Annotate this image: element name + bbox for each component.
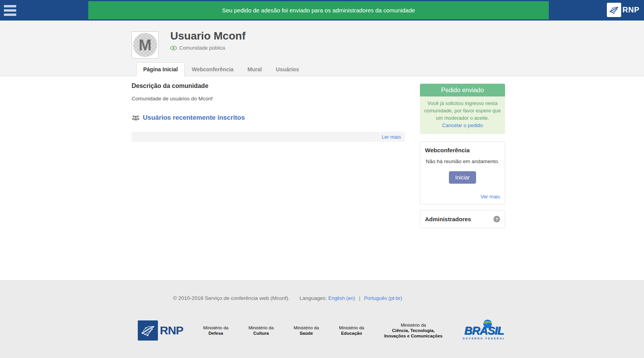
read-more-link[interactable]: Ler mais [382, 134, 401, 140]
users-group-icon [132, 115, 140, 121]
tab-bar: Página Inicial Webconferência Mural Usuá… [136, 62, 306, 76]
ministry-defesa-logo: Ministério da Defesa [203, 325, 228, 336]
rnp-footer-logo-text: RNP [160, 324, 183, 337]
menu-hamburger-icon[interactable] [4, 5, 18, 16]
community-title: Usuario Mconf [170, 30, 644, 42]
language-link-ptbr[interactable]: Português (pt-br) [364, 295, 402, 301]
admins-panel: Administradores ? [420, 210, 505, 228]
ministry-line: Ministério da [384, 322, 443, 328]
brasil-governo-federal-logo[interactable]: BRASIL GOVERNO FEDERAL [462, 321, 505, 340]
ministry-line: Ministério da [294, 325, 319, 330]
webconference-status-text: Não há reunião em andamento. [425, 158, 500, 164]
eye-icon [170, 46, 177, 50]
tab-webconferencia[interactable]: Webconferência [185, 62, 240, 76]
ministry-line: Ciência, Tecnologia, [384, 328, 443, 333]
webconference-panel: Webconferência Não há reunião em andamen… [420, 141, 505, 205]
recent-users-list-footer: Ler mais [132, 132, 405, 142]
webconference-panel-title: Webconferência [425, 147, 500, 153]
rnp-footer-network-icon [138, 320, 158, 341]
recent-users-heading-text: Usuários recentemente inscritos [143, 114, 245, 122]
brasil-globe-icon [483, 319, 493, 329]
help-question-icon[interactable]: ? [493, 216, 500, 222]
ministry-line: Educação [339, 330, 364, 336]
ministry-ciencia-logo: Ministério da Ciência, Tecnologia, Inova… [384, 322, 443, 339]
tab-pagina-inicial[interactable]: Página Inicial [136, 62, 185, 76]
rnp-footer-logo[interactable]: RNP [138, 320, 183, 341]
ministry-educacao-logo: Ministério da Educação [339, 325, 364, 336]
description-text: Comunidade de usuários do Mconf [132, 96, 405, 102]
ministry-line: Cultura [248, 330, 274, 336]
community-visibility-label: Comunidade pública [179, 45, 225, 51]
community-header: M Usuario Mconf Comunidade pública Págin… [0, 21, 644, 76]
rnp-network-icon [607, 3, 621, 17]
ministry-line: Ministério da [248, 325, 274, 330]
ministry-line: Ministério da [339, 325, 364, 330]
language-separator: | [359, 295, 360, 301]
webconference-more-link[interactable]: Ver mais [480, 194, 500, 200]
footer-copyright-line: © 2010-2016 Serviço de conferência web (… [101, 295, 474, 301]
languages-label: Languages: [300, 295, 327, 301]
flash-message-text: Seu pedido de adesão foi enviado para os… [222, 7, 415, 14]
ministry-line: Inovações e Comunicações [384, 333, 443, 339]
rnp-logo-text: RNP [622, 5, 639, 14]
top-navbar: Seu pedido de adesão foi enviado para os… [0, 0, 644, 21]
start-meeting-button[interactable]: Iniciar [449, 171, 476, 184]
avatar-letter: M [139, 37, 151, 53]
main-column: Descrição da comunidade Comunidade de us… [132, 83, 405, 280]
description-heading: Descrição da comunidade [132, 83, 405, 90]
tab-mural[interactable]: Mural [240, 62, 269, 76]
rnp-logo[interactable]: RNP [607, 3, 639, 17]
ministry-cultura-logo: Ministério da Cultura [248, 325, 274, 336]
page-content: Descrição da comunidade Comunidade de us… [0, 76, 644, 280]
community-avatar: M [132, 31, 159, 59]
cancel-request-link[interactable]: Cancelar o pedido [442, 122, 483, 128]
tab-usuarios[interactable]: Usuários [269, 62, 306, 76]
join-request-message: Você já solicitou ingresso nesta comunid… [424, 100, 501, 122]
flash-message-banner: Seu pedido de adesão foi enviado para os… [88, 1, 549, 19]
admins-panel-title: Administradores [425, 216, 471, 222]
sidebar: Pedido enviado Você já solicitou ingress… [420, 83, 505, 280]
join-request-panel: Pedido enviado Você já solicitou ingress… [420, 84, 505, 134]
page-footer: © 2010-2016 Serviço de conferência web (… [0, 280, 644, 358]
footer-logos-row: RNP Ministério da Defesa Ministério da C… [138, 320, 505, 341]
ministry-line: Defesa [203, 330, 228, 336]
recent-users-heading: Usuários recentemente inscritos [132, 114, 405, 122]
brasil-logo-subtext: GOVERNO FEDERAL [462, 337, 505, 340]
language-link-en[interactable]: English (en) [328, 295, 355, 301]
join-request-panel-title: Pedido enviado [420, 84, 505, 96]
ministry-line: Saúde [294, 330, 319, 336]
ministry-saude-logo: Ministério da Saúde [294, 325, 319, 336]
copyright-text: © 2010-2016 Serviço de conferência web (… [173, 295, 289, 301]
ministry-line: Ministério da [203, 325, 228, 330]
